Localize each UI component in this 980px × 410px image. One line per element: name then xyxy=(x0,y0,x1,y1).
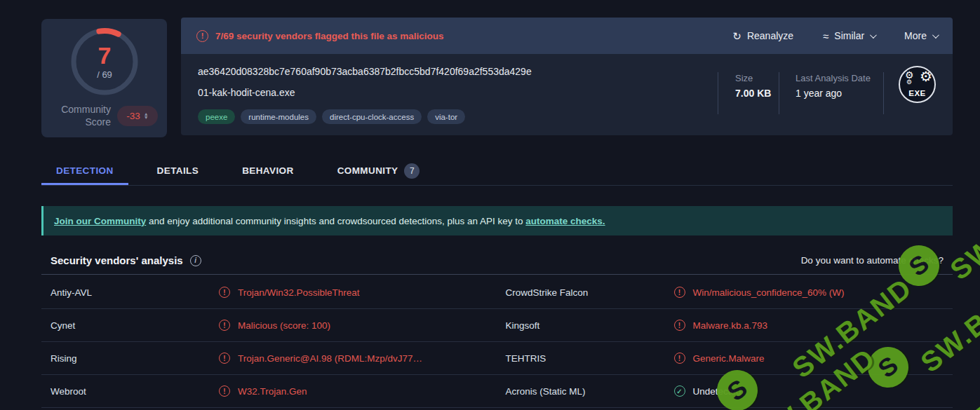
detection-result: Generic.Malware xyxy=(693,353,765,364)
status-icon xyxy=(219,320,230,331)
vendor-name: TEHTRIS xyxy=(506,353,674,364)
automate-checks-link[interactable]: automate checks. xyxy=(525,216,605,226)
automate-checks-prompt[interactable]: Do you want to automate checks? xyxy=(801,255,944,266)
flag-message: 7/69 security vendors flagged this file … xyxy=(215,31,444,41)
status-icon xyxy=(219,385,230,397)
table-row: Rising Trojan.Generic@AI.98 (RDML:Mzp/dv… xyxy=(41,342,953,375)
community-banner-text: and enjoy additional community insights … xyxy=(146,216,525,226)
vote-carets[interactable]: ▲ ▼ xyxy=(144,113,149,119)
similar-button[interactable]: ≈ Similar xyxy=(823,30,875,41)
community-score-label: Community Score xyxy=(61,104,111,128)
tag-list: peexe runtime-modules direct-cpu-clock-a… xyxy=(198,109,465,124)
file-type-exe-icon: ⚙ ⚙ ⚙ EXE xyxy=(899,66,936,103)
status-icon xyxy=(674,385,685,397)
status-icon xyxy=(674,353,685,364)
join-community-link[interactable]: Join our Community xyxy=(54,216,146,226)
vendor-analysis-table: Antiy-AVL Trojan/Win32.PossibleThreat Cr… xyxy=(41,276,953,408)
join-community-banner: Join our Community and enjoy additional … xyxy=(41,206,953,235)
status-icon xyxy=(219,287,230,298)
vendor-name: Acronis (Static ML) xyxy=(506,386,674,397)
detection-score-ring: 7 / 69 xyxy=(67,25,142,99)
vendor-name: Cynet xyxy=(51,320,219,331)
tag-peexe[interactable]: peexe xyxy=(198,109,235,124)
vendor-name: Rising xyxy=(51,353,219,364)
tag-via-tor[interactable]: via-tor xyxy=(427,109,465,124)
last-analysis-block: Last Analysis Date 1 year ago xyxy=(779,69,883,118)
detection-result: Win/malicious_confidence_60% (W) xyxy=(693,287,845,298)
detections-total: / 69 xyxy=(97,69,112,80)
detection-result: Malware.kb.a.793 xyxy=(693,320,768,331)
tab-community[interactable]: COMMUNITY 7 xyxy=(323,156,435,185)
tag-runtime-modules[interactable]: runtime-modules xyxy=(241,109,316,124)
status-icon xyxy=(219,353,230,364)
tab-details[interactable]: DETAILS xyxy=(142,156,214,185)
size-label: Size xyxy=(735,73,779,83)
vendor-name: Kingsoft xyxy=(506,320,674,331)
file-size-block: Size 7.00 KB xyxy=(718,69,779,118)
gear-icon: ⚙ xyxy=(906,78,912,86)
similar-waves-icon: ≈ xyxy=(823,31,828,41)
table-row: Webroot W32.Trojan.Gen Acronis (Static M… xyxy=(41,375,953,408)
table-row: Cynet Malicious (score: 100) Kingsoft Ma… xyxy=(41,309,953,342)
detection-result: Trojan.Generic@AI.98 (RDML:Mzp/dvJ77… xyxy=(238,353,422,364)
community-score-value: -33 xyxy=(126,111,140,121)
detection-result: Trojan/Win32.PossibleThreat xyxy=(238,287,360,298)
detection-result: W32.Trojan.Gen xyxy=(238,386,307,397)
analysis-title: Security vendors' analysis xyxy=(51,254,183,266)
vendor-name: Antiy-AVL xyxy=(51,287,219,298)
tab-bar: DETECTION DETAILS BEHAVIOR COMMUNITY 7 xyxy=(41,156,953,186)
detection-banner: ! 7/69 security vendors flagged this fil… xyxy=(181,18,953,54)
file-name: 01-kak-hodit-cena.exe xyxy=(198,87,295,98)
vendor-name: Webroot xyxy=(51,386,219,397)
tab-behavior[interactable]: BEHAVIOR xyxy=(227,156,308,185)
size-value: 7.00 KB xyxy=(735,88,779,99)
last-analysis-value: 1 year ago xyxy=(796,88,883,99)
gear-icon: ⚙ xyxy=(920,68,932,85)
file-type-label: EXE xyxy=(900,89,934,97)
last-analysis-label: Last Analysis Date xyxy=(796,73,883,83)
refresh-icon: ↻ xyxy=(732,31,741,41)
vendor-name: CrowdStrike Falcon xyxy=(506,287,674,298)
status-icon xyxy=(674,320,685,331)
chevron-down-icon xyxy=(870,32,877,39)
reanalyze-button[interactable]: ↻ Reanalyze xyxy=(732,30,793,41)
file-hash[interactable]: ae36420d08328bc7e760af90b73acba6387b2fbc… xyxy=(198,66,532,77)
chevron-down-icon xyxy=(932,32,939,39)
community-count-badge: 7 xyxy=(404,163,419,179)
tab-detection[interactable]: DETECTION xyxy=(41,156,128,185)
detection-result: Undetected xyxy=(693,386,741,397)
detection-result: Malicious (score: 100) xyxy=(238,320,330,331)
detections-count: 7 xyxy=(98,43,112,67)
tag-direct-cpu-clock-access[interactable]: direct-cpu-clock-access xyxy=(322,109,422,124)
community-score-widget: 7 / 69 Community Score -33 ▲ ▼ xyxy=(41,19,167,137)
caret-down-icon[interactable]: ▼ xyxy=(144,116,149,119)
alert-icon: ! xyxy=(196,30,208,42)
divider xyxy=(883,72,884,114)
table-row: Antiy-AVL Trojan/Win32.PossibleThreat Cr… xyxy=(41,276,953,309)
analysis-section-header: Security vendors' analysis i Do you want… xyxy=(41,247,953,275)
more-button[interactable]: More xyxy=(904,30,937,41)
community-score-vote[interactable]: -33 ▲ ▼ xyxy=(117,106,158,126)
file-info-card: ae36420d08328bc7e760af90b73acba6387b2fbc… xyxy=(181,54,953,135)
status-icon xyxy=(674,287,685,298)
info-icon[interactable]: i xyxy=(190,255,201,266)
